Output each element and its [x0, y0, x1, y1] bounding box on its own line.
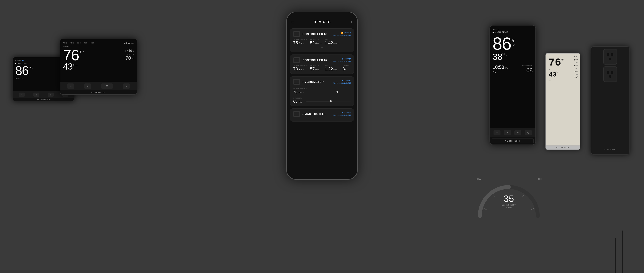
temp-slider-track[interactable]	[306, 92, 351, 92]
device-bt-id: ✱ B-EJH16	[342, 112, 351, 114]
small-temp-big: 86	[15, 65, 28, 76]
svg-line-2	[522, 195, 524, 197]
ctrl-large-bottom-row: 10:58 PM ON SETTING% 68	[492, 64, 533, 74]
small-bt-icon: ✱	[22, 59, 24, 61]
slider-value: 65 .0 % ↑	[293, 99, 305, 103]
stat-temperature: TEMPERATURE 73.8 °F ↑	[293, 65, 307, 71]
device-card-left: SMART OUTLET	[293, 111, 326, 117]
stat-unit: °F	[300, 42, 302, 45]
socket-hole-right	[611, 53, 613, 56]
small-btn-down[interactable]: ∨	[48, 92, 54, 97]
wide-temp-arrow: ∧	[82, 50, 84, 53]
device-card-controller67[interactable]: CONTROLLER 67 ✱ A-C7YZ7 JUN 15, 2022, 2:…	[290, 54, 354, 74]
device-card-smart-outlet[interactable]: SMART OUTLET ✱ B-EJH16 JUN 15, 2022, 2:3…	[290, 108, 354, 122]
ctrl-large-on: ON	[492, 71, 508, 74]
ctrl-large-indicator-text: HIGH TEMP.	[495, 31, 509, 34]
wide-time: 12:00 AM	[124, 41, 134, 44]
wide-btn-down[interactable]: ∨	[123, 84, 130, 89]
socket-ground-2	[609, 75, 611, 78]
gauge-svg-wrap: 35 AC INFINITY HIGH	[474, 181, 544, 221]
thermo-hum-row: 43 %	[548, 71, 577, 78]
phone-content: CONTROLLER 69 📶 E-G787H JUN 14, 2022, 4:…	[287, 27, 357, 179]
wide-temp-big: 76	[63, 48, 79, 62]
wide-ch3-icon: 3⊟9	[84, 42, 87, 44]
temp-slider-group: TEMPERATURE 78 .0 °F ↑	[293, 86, 351, 94]
wide-temp-row: 76 °F ∧	[63, 48, 84, 62]
wide-brand: AC INFINITY	[60, 90, 137, 94]
thermo-hum-big: 43	[548, 71, 556, 78]
outlet-brand-bottom: AC INFINITY	[604, 148, 617, 152]
phone-menu-icon[interactable]: ⊟	[292, 20, 294, 24]
hum-display: 38 % ∧	[492, 52, 533, 61]
ctrl-btn-up[interactable]: ∧	[504, 130, 511, 136]
wide-fan-arrow: ∧	[132, 50, 134, 52]
stat-value: 75.5	[293, 41, 300, 45]
stat-value: 73.8	[293, 67, 300, 71]
wide-temp-unit: °F	[79, 50, 82, 53]
wide-btn-controller[interactable]: ⊟	[101, 84, 113, 89]
device-bt-id: ✱ C-49N41	[342, 80, 351, 82]
stat-arrow: ↓	[303, 42, 304, 45]
stat-unit: °F	[300, 68, 302, 71]
wide-ch4-icon: 4⊟3	[90, 42, 94, 44]
stat-unit: ≈	[345, 68, 346, 71]
hum-slider-group: HUMIDITY 65 .0 % ↑	[293, 96, 351, 103]
small-brand: AC INFINITY	[13, 98, 74, 102]
thermo-stat-high2: HIGH 76°	[574, 68, 578, 74]
ctrl-large-setting-val: 68	[522, 67, 533, 74]
device-meta: 📶 E-G787H JUN 14, 2022, 4:52 PM	[332, 32, 351, 36]
wide-btn-menu[interactable]: ≡	[67, 84, 74, 89]
socket-hole-left	[607, 53, 610, 56]
stat-arrow: —	[338, 68, 340, 71]
gauge-low-label: LOW	[476, 178, 481, 180]
wide-fan-icon: ❋	[124, 50, 126, 52]
svg-line-3	[484, 208, 486, 210]
small-mode: AUTO ✱	[15, 59, 24, 62]
wide-btn-up[interactable]: ∧	[84, 84, 91, 89]
ctrl-large-buttons: ≡ ∧ ∨ ⚙	[490, 128, 536, 137]
ctrl-large-humidity: 38	[492, 52, 502, 61]
thermo-screen: ▣ ◈ 76 °F ∧ 43 % — HIGH 98° LOW 68° HIGH…	[546, 54, 580, 146]
wide-setpoint-val: 70	[126, 55, 131, 61]
gauge-high-label-top: HIGH	[536, 178, 542, 180]
ctrl-large-temp-unit: °F	[512, 39, 515, 43]
ctrl-large-time: 10:58	[492, 64, 504, 70]
device-icon	[293, 31, 300, 37]
wide-fan-block: ❋ ~10 ∧	[124, 49, 134, 52]
wide-hum-big: 43	[63, 62, 73, 70]
socket-holes-row	[607, 53, 613, 56]
device-icon-inner	[294, 112, 300, 116]
stat-label: VPD	[325, 39, 340, 40]
small-btn-menu[interactable]: ≡	[19, 92, 25, 97]
hum-slider-track[interactable]	[306, 101, 351, 102]
phone-add-button[interactable]: +	[350, 20, 352, 24]
ctrl-btn-menu[interactable]: ≡	[494, 130, 500, 136]
device-icon	[293, 79, 300, 84]
device-stats: TEMPERATURE 73.8 °F ↑ HUMIDITY 57.0 % —	[293, 65, 351, 71]
wide-top-bar: All ⊟ ●1 ⊟ 2⊟5 3⊟9 4⊟3 12:00 AM	[63, 41, 134, 44]
small-trans-label: TRANS. T°	[15, 78, 23, 81]
device-icon	[293, 58, 300, 63]
outlet-socket-top	[604, 49, 617, 64]
stat-unit: kPa	[334, 68, 337, 71]
ctrl-btn-settings[interactable]: ⚙	[525, 130, 532, 136]
device-card-header: SMART OUTLET ✱ B-EJH16 JUN 15, 2022, 2:3…	[293, 111, 351, 117]
device-card-controller69[interactable]: CONTROLLER 69 📶 E-G787H JUN 14, 2022, 4:…	[290, 28, 354, 52]
thermo-stat-low2: LOW 35°	[574, 74, 578, 79]
gauge-number: 35	[502, 194, 516, 204]
stat-arrow: —	[338, 42, 340, 45]
temp-slider-thumb	[336, 91, 338, 93]
device-timestamp: JUN 15, 2022, 2:31 PM	[332, 82, 351, 84]
stat-value-row: 57.0 % —	[310, 67, 322, 71]
wide-buttons: ≡ ∧ ⊟ ∨	[60, 82, 137, 90]
small-btn-up[interactable]: ∧	[34, 92, 39, 97]
device-meta: ✱ B-EJH16 JUN 15, 2022, 2:31 PM	[332, 112, 351, 116]
gauge-labels: LOW HIGH	[474, 178, 544, 180]
card-expand-button[interactable]: ▾	[293, 46, 351, 49]
device-card-hygrometer[interactable]: HYGROMETER ✱ C-49N41 JUN 15, 2022, 2:31 …	[290, 76, 354, 106]
ctrl-btn-down[interactable]: ∨	[514, 130, 521, 136]
wide-main: 76 °F ∧ ❋ ~10 ∧ SET TO 70 °F	[63, 48, 134, 62]
wide-all-icon: All ⊟	[63, 42, 67, 44]
slider-value: 78 .0 °F ↑	[293, 90, 305, 94]
thermo-hum-unit: %	[556, 71, 558, 74]
